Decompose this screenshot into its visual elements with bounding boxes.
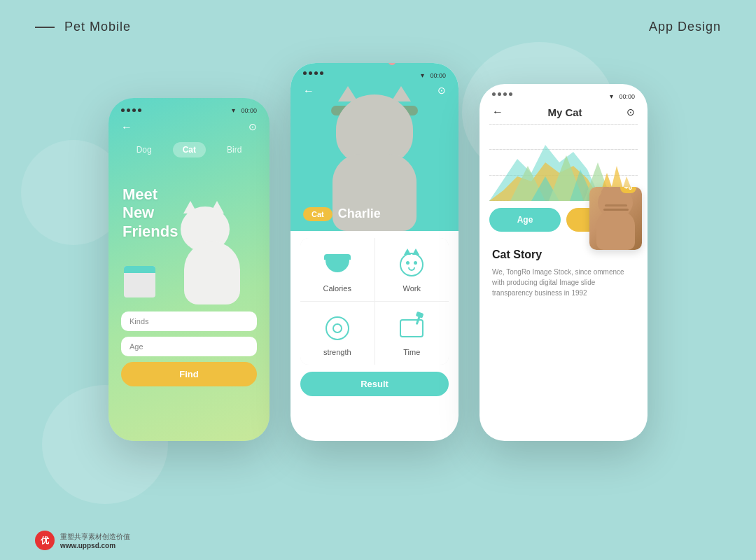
calories-icon (323, 251, 351, 279)
white-cat-illustration (174, 206, 251, 304)
gift-box-decoration (124, 266, 155, 298)
phone1-nav: ← ⊙ (108, 118, 270, 139)
dot4 (509, 92, 512, 96)
work-icon (398, 251, 426, 279)
watermark-info: 重塑共享素材创造价值 www.uppsd.com (60, 532, 130, 550)
age-card[interactable]: Age (489, 208, 561, 232)
back-icon[interactable]: ← (121, 121, 132, 134)
info-cards: Age Type +6 (479, 201, 648, 239)
cat-body (184, 241, 240, 304)
dot3 (314, 71, 318, 75)
cat-face-icon (400, 253, 424, 276)
cat-label-area: Cat Charlie (303, 206, 381, 221)
tab-dog[interactable]: Dog (127, 142, 162, 158)
phone-search: ▾ 00:00 ← ⊙ Dog Cat Bird MeetNewFriends (108, 98, 270, 441)
dot2 (127, 108, 130, 112)
result-button[interactable]: Result (300, 372, 449, 396)
phones-container: ▾ 00:00 ← ⊙ Dog Cat Bird MeetNewFriends (35, 63, 721, 441)
mycat-header: ← My Cat ⊙ (479, 103, 648, 124)
dot1 (121, 108, 125, 112)
app-design-label: App Design (649, 20, 721, 34)
story-title: Cat Story (492, 248, 635, 261)
strength-icon (323, 314, 351, 342)
work-label: Work (403, 284, 421, 293)
time-cell[interactable]: Time (375, 302, 449, 365)
wifi-icon-2: ▾ (421, 71, 424, 79)
dot1 (492, 92, 496, 96)
hero-text: MeetNewFriends (122, 186, 178, 241)
dot1 (303, 71, 307, 75)
phone3-status-bar: ▾ 00:00 (479, 84, 648, 103)
bookmark-icon-2[interactable]: ⊙ (438, 85, 446, 97)
hero-area: MeetNewFriends (108, 164, 270, 304)
feature-grid: Calories Work (300, 238, 449, 365)
tab-cat[interactable]: Cat (173, 142, 206, 158)
tab-bird[interactable]: Bird (217, 142, 251, 158)
cat-thumb-image (589, 187, 642, 250)
watermark-logo: 优 (35, 531, 55, 550)
nose (388, 63, 396, 65)
age-field[interactable]: Age (121, 337, 257, 356)
dot3 (503, 92, 507, 96)
search-section: Kinds Age Find (108, 304, 270, 393)
back-icon-3[interactable]: ← (492, 106, 503, 118)
work-cell[interactable]: Work (375, 238, 449, 301)
page-header: Pet Mobile App Design (35, 20, 721, 34)
time-display-3: 00:00 (619, 93, 635, 100)
cat-face (368, 63, 416, 80)
status-right: ▾ 00:00 (232, 106, 257, 114)
bookmark-icon[interactable]: ⊙ (248, 121, 257, 134)
time-display: 00:00 (241, 107, 257, 114)
brand-title: Pet Mobile (64, 20, 131, 34)
wifi-icon-3: ▾ (610, 92, 613, 100)
kinds-field[interactable]: Kinds (121, 312, 257, 331)
dot2 (309, 71, 312, 75)
wifi-icon: ▾ (232, 106, 235, 114)
status-right-2: ▾ 00:00 (421, 71, 446, 79)
cat-thumbnail: +6 (589, 187, 642, 250)
signal-dots-3 (492, 92, 512, 100)
dot2 (498, 92, 501, 96)
watermark: 优 重塑共享素材创造价值 www.uppsd.com (35, 531, 130, 550)
wheel-icon (326, 316, 349, 340)
dot4 (320, 71, 323, 75)
dot4 (138, 108, 141, 112)
dot3 (132, 108, 136, 112)
signal-dots (121, 108, 141, 112)
calories-label: Calories (323, 284, 351, 293)
time-label: Time (403, 348, 420, 356)
phone-detail: ▾ 00:00 ← ⊙ (290, 63, 458, 441)
bowl-icon (326, 257, 349, 272)
cat-name-label: Charlie (338, 206, 381, 221)
status-right-3: ▾ 00:00 (610, 92, 635, 100)
calories-cell[interactable]: Calories (300, 238, 374, 301)
story-text: We, TongRo Image Stock, since ommence wi… (492, 267, 635, 298)
back-icon-2[interactable]: ← (303, 85, 314, 97)
cat-type-badge: Cat (303, 207, 332, 221)
watermark-tagline: 重塑共享素材创造价值 (60, 532, 130, 542)
time-display-2: 00:00 (430, 72, 446, 79)
hero-teal: ▾ 00:00 ← ⊙ (290, 63, 458, 231)
time-icon (398, 314, 426, 342)
strength-label: strength (323, 348, 351, 356)
find-button[interactable]: Find (121, 362, 257, 386)
phone-mycat: ▾ 00:00 ← My Cat ⊙ (479, 84, 648, 441)
phone1-status-bar: ▾ 00:00 (108, 98, 270, 118)
signal-dots-2 (303, 71, 323, 79)
watermark-url: www.uppsd.com (60, 542, 130, 550)
pet-type-tabs: Dog Cat Bird (108, 142, 270, 158)
brand-area: Pet Mobile (35, 20, 131, 34)
grid-line-1 (489, 124, 638, 125)
strength-cell[interactable]: strength (300, 302, 374, 365)
litter-icon (400, 319, 424, 337)
settings-icon-3[interactable]: ⊙ (626, 106, 635, 118)
header-dash-icon (35, 27, 55, 28)
mycat-title: My Cat (547, 106, 582, 118)
